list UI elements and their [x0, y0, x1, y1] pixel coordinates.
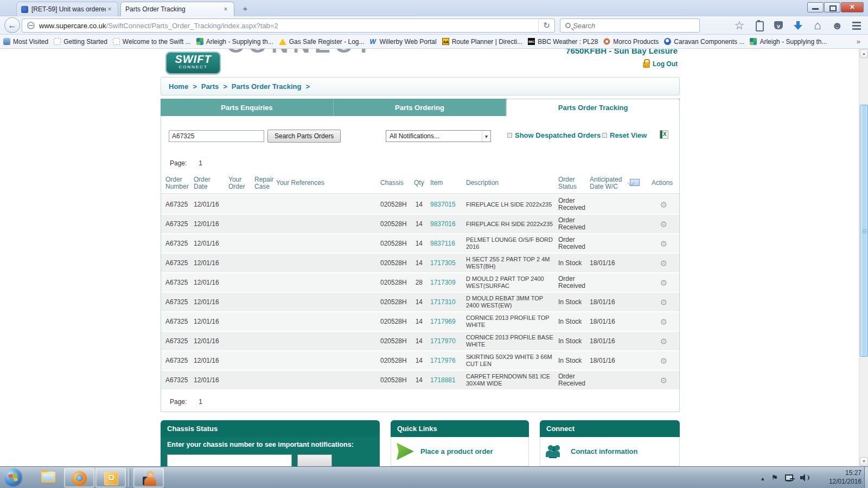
taskbar-firefox-button[interactable] — [64, 468, 94, 487]
row-actions-gear-icon[interactable] — [652, 240, 679, 247]
bookmark-item[interactable]: Welcome to the Swift ... — [113, 38, 191, 46]
bookmark-item[interactable]: Arleigh - Supplying th... — [196, 38, 273, 46]
breadcrumb: HomePartsParts Order Tracking — [161, 77, 680, 95]
email-notify-icon[interactable] — [630, 179, 640, 186]
logout-link[interactable]: Log Out — [643, 60, 678, 68]
chassis-go-button[interactable] — [297, 454, 332, 466]
bookmark-item[interactable]: Morco Products — [603, 38, 659, 46]
bookmark-item[interactable]: Route Planner | Directi... — [442, 38, 523, 46]
bookmarks-panel-icon[interactable] — [753, 20, 765, 31]
page-scrollbar[interactable] — [859, 49, 868, 466]
browser-search-box[interactable] — [560, 18, 700, 33]
scrollbar-down-icon[interactable] — [860, 457, 868, 466]
export-to-excel-icon[interactable] — [660, 130, 668, 139]
notifications-dropdown[interactable]: All Notifications... — [386, 130, 491, 142]
bookmarks-overflow-chevron-icon[interactable] — [857, 37, 865, 46]
row-actions-gear-icon[interactable] — [652, 221, 679, 228]
start-button[interactable] — [3, 468, 23, 487]
item-link[interactable]: 1718881 — [430, 377, 466, 384]
tab-close-icon[interactable] — [222, 5, 229, 13]
breadcrumb-item[interactable]: Home — [169, 82, 201, 91]
address-bar[interactable]: www.supercare.co.uk /SwiftConnect/Parts_… — [22, 18, 555, 33]
item-link[interactable]: 1717970 — [430, 338, 466, 345]
site-tab[interactable]: Parts Enquiries — [161, 99, 334, 116]
breadcrumb-item[interactable]: Parts — [201, 82, 232, 91]
bookmark-item[interactable]: Getting Started — [54, 38, 107, 46]
page-number[interactable]: 1 — [199, 159, 202, 167]
url-path: /SwiftConnect/Parts_Order_Tracking/index… — [106, 22, 538, 30]
row-actions-gear-icon[interactable] — [652, 201, 679, 208]
reset-view-link[interactable]: Reset View — [602, 131, 647, 139]
item-link[interactable]: 1717309 — [430, 279, 466, 286]
item-link[interactable]: 9837015 — [430, 201, 466, 208]
chassis-number-input[interactable] — [167, 454, 292, 466]
item-link[interactable]: 9837016 — [430, 221, 466, 228]
downloads-icon[interactable] — [792, 20, 804, 31]
bookmark-item[interactable]: Willerby Web Portal — [370, 38, 437, 46]
reload-icon[interactable] — [538, 19, 554, 32]
place-product-order-link[interactable]: Place a product order — [420, 447, 493, 455]
restore-button[interactable] — [824, 2, 840, 12]
show-desktop-button[interactable] — [864, 467, 868, 488]
contact-information-link[interactable]: Contact information — [571, 447, 638, 455]
row-actions-gear-icon[interactable] — [652, 279, 679, 286]
close-button[interactable] — [841, 2, 864, 12]
bookmark-label: Most Visited — [13, 38, 48, 46]
item-link[interactable]: 1717976 — [430, 357, 466, 364]
cell-chassis: 020528H — [380, 377, 414, 384]
cell-order-date: 12/01/16 — [194, 299, 228, 306]
scrollbar-up-icon[interactable] — [860, 49, 868, 58]
site-identity-globe-icon[interactable] — [27, 22, 35, 29]
item-link[interactable]: 1717969 — [430, 318, 466, 325]
tray-hidden-icons-arrow[interactable] — [761, 473, 764, 483]
order-search-input[interactable] — [169, 130, 264, 142]
cell-order-date: 12/01/16 — [194, 357, 228, 364]
scrollbar-thumb[interactable] — [860, 105, 868, 357]
site-tab[interactable]: Parts Ordering — [334, 99, 507, 116]
cell-order-date: 12/01/16 — [194, 240, 228, 247]
row-actions-gear-icon[interactable] — [652, 299, 679, 306]
taskbar-outlook-button[interactable] — [95, 468, 126, 487]
network-icon[interactable] — [785, 474, 793, 481]
cell-chassis: 020528H — [380, 201, 414, 208]
bookmark-item[interactable]: Gas Safe Register - Log... — [279, 38, 365, 46]
breadcrumb-item[interactable]: Parts Order Tracking — [232, 82, 314, 91]
minimize-button[interactable] — [807, 2, 824, 12]
row-actions-gear-icon[interactable] — [652, 377, 679, 384]
bookmark-item[interactable]: Arleigh - Supplying th... — [750, 38, 827, 46]
new-tab-button[interactable] — [239, 3, 252, 14]
page-number[interactable]: 1 — [199, 398, 202, 406]
home-icon[interactable] — [812, 20, 824, 31]
taskbar-explorer-button[interactable] — [36, 468, 62, 487]
back-button[interactable] — [4, 17, 20, 33]
col-repair-case: Repair Case — [254, 176, 276, 190]
logo-text-connect: CONNECT — [165, 65, 221, 69]
taskbar-clock[interactable]: 15:27 12/01/2016 — [829, 468, 861, 486]
taskbar-separator — [128, 469, 131, 486]
pocket-icon[interactable] — [773, 20, 784, 31]
menu-hamburger-icon[interactable] — [851, 20, 863, 31]
site-tab[interactable]: Parts Order Tracking — [506, 99, 680, 116]
item-link[interactable]: 1717310 — [430, 299, 466, 306]
row-actions-gear-icon[interactable] — [652, 357, 679, 364]
bookmark-item[interactable]: Caravan Components ... — [664, 38, 744, 46]
item-link[interactable]: 9837116 — [430, 240, 466, 247]
search-parts-orders-button[interactable]: Search Parts Orders — [267, 130, 341, 143]
browser-search-input[interactable] — [573, 22, 671, 30]
row-actions-gear-icon[interactable] — [652, 318, 679, 325]
browser-tab-active[interactable]: Parts Order Tracking — [120, 2, 234, 16]
item-link[interactable]: 1717305 — [430, 260, 466, 267]
row-actions-gear-icon[interactable] — [652, 260, 679, 267]
show-despatched-orders-link[interactable]: Show Despatched Orders — [507, 131, 601, 139]
bookmark-item[interactable]: Most Visited — [3, 38, 48, 46]
bookmark-star-icon[interactable] — [733, 20, 745, 31]
browser-tab-inactive[interactable]: [RET-59] Unit was ordered ... — [16, 2, 118, 16]
clock-date: 12/01/2016 — [829, 477, 861, 486]
tab-close-icon[interactable] — [106, 5, 113, 13]
action-center-flag-icon[interactable] — [771, 473, 778, 483]
row-actions-gear-icon[interactable] — [652, 338, 679, 345]
feedback-smiley-icon[interactable] — [831, 20, 843, 31]
bookmark-item[interactable]: BBC Weather : PL28 — [528, 38, 598, 46]
taskbar-communicator-button[interactable] — [133, 468, 164, 487]
speaker-icon[interactable] — [800, 474, 808, 481]
